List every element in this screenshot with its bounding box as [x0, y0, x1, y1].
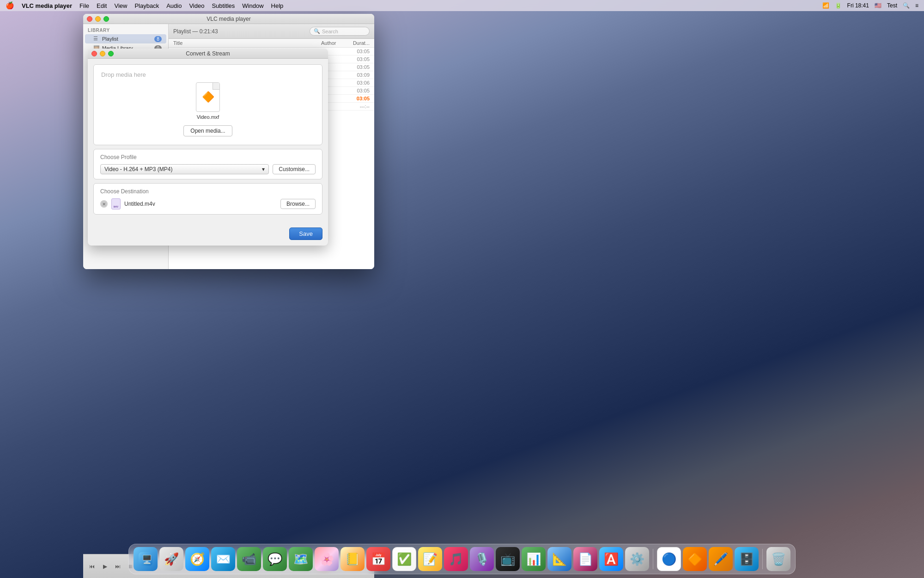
row-duration: 03:06 [349, 80, 370, 86]
dock-item-maps[interactable]: 🗺️ [289, 547, 313, 571]
chevron-down-icon: ▾ [262, 166, 265, 172]
dock-item-appletv[interactable]: 📺 [496, 547, 520, 571]
next-button[interactable]: ⏭ [113, 561, 123, 572]
dock-item-podcasts[interactable]: 🎙️ [470, 547, 494, 571]
dock-item-mail[interactable]: ✉️ [211, 547, 235, 571]
modal-close-button[interactable] [91, 51, 97, 56]
edit-menu[interactable]: Edit [97, 2, 107, 9]
search-box[interactable]: 🔍 Search [310, 27, 370, 36]
col-title-header: Title [173, 40, 321, 46]
row-duration: ---:-- [349, 104, 370, 109]
dock-item-calendar[interactable]: 📅 [366, 547, 390, 571]
help-menu[interactable]: Help [271, 2, 284, 9]
previous-button[interactable]: ⏮ [87, 561, 97, 572]
row-duration: 03:05 [349, 96, 370, 101]
maximize-button[interactable] [103, 16, 109, 22]
destination-row: ✕ Untitled.m4v Browse... [100, 198, 316, 209]
file-icon: 🔶 [196, 82, 220, 112]
dock-item-notes[interactable]: 📝 [418, 547, 442, 571]
dock-item-facetime[interactable]: 📹 [237, 547, 261, 571]
view-menu[interactable]: View [114, 2, 127, 9]
dock-item-contacts[interactable]: 📒 [340, 547, 365, 571]
wifi-icon[interactable]: 📶 [822, 2, 829, 9]
dock-item-safari[interactable]: 🧭 [185, 547, 209, 571]
open-media-button[interactable]: Open media... [183, 125, 232, 136]
choose-profile-label: Choose Profile [100, 154, 316, 160]
dock-separator-2 [762, 549, 763, 569]
playlist-icon: ☰ [93, 36, 100, 42]
search-icon[interactable]: 🔍 [903, 2, 910, 9]
battery-icon: 🔋 [835, 2, 842, 9]
subtitles-menu[interactable]: Subtitles [212, 2, 235, 9]
dock-item-system-preferences[interactable]: ⚙️ [625, 547, 649, 571]
dock-item-chrome[interactable]: 🔵 [657, 547, 681, 571]
dock-item-launchpad[interactable]: 🚀 [159, 547, 183, 571]
app-name-menu[interactable]: VLC media player [22, 2, 72, 9]
dock-item-itunes[interactable]: 🎵 [444, 547, 468, 571]
file-name-label: Video.mxf [197, 114, 219, 120]
sidebar-item-playlist[interactable]: ☰ Playlist 8 [85, 34, 166, 43]
row-duration: 03:05 [349, 56, 370, 62]
profile-value: Video - H.264 + MP3 (MP4) [104, 166, 173, 172]
svg-text:🖥️: 🖥️ [142, 554, 152, 565]
playlist-badge: 8 [154, 36, 162, 42]
modal-minimize-button[interactable] [100, 51, 105, 56]
modal-titlebar: Convert & Stream [88, 49, 328, 59]
clock-display: Fri 18:41 [847, 2, 869, 9]
traffic-lights [87, 16, 109, 22]
dock-item-pages[interactable]: 📄 [573, 547, 597, 571]
choose-destination-label: Choose Destination [100, 188, 316, 195]
dock-item-reminders[interactable]: ✅ [392, 547, 416, 571]
window-menu[interactable]: Window [242, 2, 263, 9]
search-placeholder: Search [322, 29, 338, 34]
row-duration: 03:05 [349, 64, 370, 70]
drop-hint: Drop media here [101, 71, 146, 78]
dock-item-adobe-ai[interactable]: 🖊️ [709, 547, 733, 571]
dock-item-finder[interactable]: 🖥️ [134, 547, 158, 571]
convert-stream-modal: Convert & Stream Drop media here 🔶 Video… [88, 49, 328, 246]
file-icon-area: 🔶 Video.mxf [196, 82, 220, 120]
control-center-icon[interactable]: ≡ [915, 2, 918, 9]
sidebar-library-header: LIBRARY [83, 24, 168, 34]
choose-destination-section: Choose Destination ✕ Untitled.m4v Browse… [93, 183, 322, 215]
modal-footer: Save [88, 224, 328, 246]
modal-title: Convert & Stream [186, 50, 230, 57]
user-name: Test [887, 2, 897, 9]
customise-button[interactable]: Customise... [273, 164, 316, 174]
playback-menu[interactable]: Playback [134, 2, 159, 9]
search-icon-small: 🔍 [314, 28, 320, 34]
dock-item-keynote[interactable]: 📐 [547, 547, 571, 571]
save-button[interactable]: Save [289, 228, 322, 240]
vlc-titlebar: VLC media player [83, 14, 374, 24]
minimize-button[interactable] [95, 16, 101, 22]
col-author-header: Author [321, 40, 349, 46]
playlist-title: Playlist — 0:21:43 [173, 28, 218, 35]
remove-destination-button[interactable]: ✕ [100, 200, 108, 208]
dock-item-sequel-ace[interactable]: 🗄️ [735, 547, 759, 571]
choose-profile-section: Choose Profile Video - H.264 + MP3 (MP4)… [93, 149, 322, 179]
dock-item-numbers[interactable]: 📊 [522, 547, 546, 571]
playlist-header: Playlist — 0:21:43 🔍 Search [169, 24, 374, 39]
dock-item-messages[interactable]: 💬 [263, 547, 287, 571]
row-duration: 03:09 [349, 72, 370, 78]
file-menu[interactable]: File [79, 2, 89, 9]
audio-menu[interactable]: Audio [166, 2, 182, 9]
profile-select[interactable]: Video - H.264 + MP3 (MP4) ▾ [100, 164, 269, 174]
row-duration: 03:05 [349, 49, 370, 54]
dock-item-photos[interactable]: 🌸 [315, 547, 339, 571]
dock-item-vlc[interactable]: 🔶 [683, 547, 707, 571]
play-button[interactable]: ▶ [100, 561, 110, 572]
dock-item-trash[interactable]: 🗑️ [766, 547, 790, 571]
modal-maximize-button[interactable] [108, 51, 114, 56]
video-menu[interactable]: Video [189, 2, 204, 9]
drop-zone[interactable]: Drop media here 🔶 Video.mxf Open media..… [93, 64, 322, 145]
apple-menu[interactable]: 🍎 [6, 1, 14, 10]
col-duration-header: Durat... [349, 40, 370, 46]
dock-separator [653, 549, 653, 569]
profile-row: Video - H.264 + MP3 (MP4) ▾ Customise... [100, 164, 316, 174]
close-button[interactable] [87, 16, 92, 22]
menubar: 🍎 VLC media player File Edit View Playba… [0, 0, 924, 11]
main-area: Playlist — 0:21:43 🔍 Search Title Author… [169, 24, 374, 269]
dock-item-appstore[interactable]: 🅰️ [599, 547, 623, 571]
browse-button[interactable]: Browse... [280, 199, 316, 209]
